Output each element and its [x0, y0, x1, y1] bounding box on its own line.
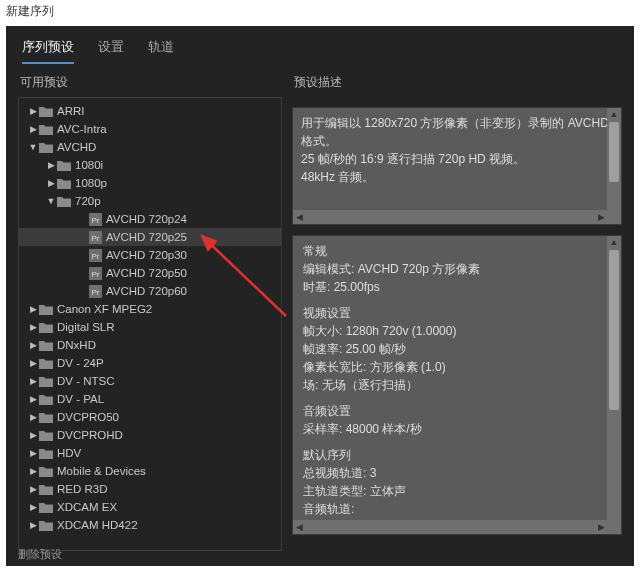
tree-folder[interactable]: ▶Canon XF MPEG2 — [19, 300, 281, 318]
folder-icon — [39, 466, 53, 477]
scrollbar-horizontal[interactable]: ◀ ▶ — [293, 210, 607, 224]
tree-folder[interactable]: ▶Digital SLR — [19, 318, 281, 336]
detail-line: 常规 — [303, 242, 611, 260]
tree-folder[interactable]: ▶DV - NTSC — [19, 372, 281, 390]
scrollbar-horizontal[interactable]: ◀ ▶ — [293, 520, 607, 534]
scroll-up-icon[interactable]: ▲ — [607, 236, 621, 248]
tree-preset[interactable]: PrAVCHD 720p50 — [19, 264, 281, 282]
svg-text:Pr: Pr — [92, 233, 100, 242]
preset-icon: Pr — [89, 231, 102, 244]
disclosure-right-icon[interactable]: ▶ — [27, 102, 39, 120]
svg-text:Pr: Pr — [92, 287, 100, 296]
tree-item-label: DV - 24P — [57, 354, 104, 372]
disclosure-right-icon[interactable]: ▶ — [27, 516, 39, 534]
preset-icon: Pr — [89, 213, 102, 226]
tree-folder[interactable]: ▶ARRI — [19, 102, 281, 120]
folder-icon — [39, 376, 53, 387]
disclosure-right-icon[interactable]: ▶ — [27, 120, 39, 138]
tree-folder[interactable]: ▶DVCPRO50 — [19, 408, 281, 426]
tree-preset[interactable]: PrAVCHD 720p25 — [19, 228, 281, 246]
disclosure-right-icon[interactable]: ▶ — [27, 480, 39, 498]
disclosure-right-icon[interactable]: ▶ — [27, 336, 39, 354]
tree-folder[interactable]: ▶DV - 24P — [19, 354, 281, 372]
preset-icon: Pr — [89, 285, 102, 298]
detail-line: 采样率: 48000 样本/秒 — [303, 420, 611, 438]
folder-icon — [39, 520, 53, 531]
tab-tracks[interactable]: 轨道 — [148, 38, 174, 64]
tree-item-label: 1080i — [75, 156, 103, 174]
disclosure-right-icon[interactable]: ▶ — [27, 498, 39, 516]
tree-preset[interactable]: PrAVCHD 720p60 — [19, 282, 281, 300]
tree-item-label: AVCHD — [57, 138, 96, 156]
tree-item-label: AVCHD 720p30 — [106, 246, 187, 264]
tree-preset[interactable]: PrAVCHD 720p24 — [19, 210, 281, 228]
disclosure-right-icon[interactable]: ▶ — [27, 318, 39, 336]
tree-folder[interactable]: ▼720p — [19, 192, 281, 210]
tree-folder[interactable]: ▶RED R3D — [19, 480, 281, 498]
tree-folder[interactable]: ▶XDCAM HD422 — [19, 516, 281, 534]
scroll-left-icon[interactable]: ◀ — [293, 520, 305, 534]
detail-line — [303, 394, 611, 402]
scroll-right-icon[interactable]: ▶ — [595, 520, 607, 534]
disclosure-down-icon[interactable]: ▼ — [27, 138, 39, 156]
detail-line: 音频轨道: — [303, 500, 611, 518]
tree-item-label: ARRI — [57, 102, 84, 120]
tree-folder[interactable]: ▶Mobile & Devices — [19, 462, 281, 480]
detail-line: 像素长宽比: 方形像素 (1.0) — [303, 358, 611, 376]
tree-item-label: XDCAM HD422 — [57, 516, 138, 534]
disclosure-right-icon[interactable]: ▶ — [27, 390, 39, 408]
tree-item-label: DV - PAL — [57, 390, 104, 408]
detail-line: 帧大小: 1280h 720v (1.0000) — [303, 322, 611, 340]
detail-line: 场: 无场（逐行扫描） — [303, 376, 611, 394]
tree-folder[interactable]: ▶AVC-Intra — [19, 120, 281, 138]
delete-preset-link[interactable]: 删除预设 — [18, 547, 62, 562]
tab-settings[interactable]: 设置 — [98, 38, 124, 64]
description-line: 用于编辑以 1280x720 方形像素（非变形）录制的 AVCHD 格式。 — [301, 114, 613, 150]
disclosure-right-icon[interactable]: ▶ — [27, 354, 39, 372]
tree-folder[interactable]: ▶1080p — [19, 174, 281, 192]
preset-tree[interactable]: ▶ARRI▶AVC-Intra▼AVCHD▶1080i▶1080p▼720pPr… — [18, 97, 282, 551]
disclosure-right-icon[interactable]: ▶ — [45, 156, 57, 174]
folder-icon — [39, 142, 53, 153]
window-title: 新建序列 — [6, 3, 54, 20]
disclosure-right-icon[interactable]: ▶ — [27, 372, 39, 390]
disclosure-right-icon[interactable]: ▶ — [27, 462, 39, 480]
folder-icon — [39, 484, 53, 495]
scroll-up-icon[interactable]: ▲ — [607, 108, 621, 120]
scroll-thumb[interactable] — [609, 122, 619, 182]
disclosure-right-icon[interactable]: ▶ — [27, 444, 39, 462]
svg-text:Pr: Pr — [92, 215, 100, 224]
tree-folder[interactable]: ▶DNxHD — [19, 336, 281, 354]
disclosure-right-icon[interactable]: ▶ — [27, 300, 39, 318]
detail-line: 主轨道类型: 立体声 — [303, 482, 611, 500]
disclosure-right-icon[interactable]: ▶ — [45, 174, 57, 192]
disclosure-right-icon[interactable]: ▶ — [27, 408, 39, 426]
tree-folder[interactable]: ▶XDCAM EX — [19, 498, 281, 516]
tree-item-label: AVCHD 720p50 — [106, 264, 187, 282]
scroll-left-icon[interactable]: ◀ — [293, 210, 305, 224]
tree-folder[interactable]: ▶DV - PAL — [19, 390, 281, 408]
tree-folder[interactable]: ▶1080i — [19, 156, 281, 174]
tree-preset[interactable]: PrAVCHD 720p30 — [19, 246, 281, 264]
detail-line: 音频设置 — [303, 402, 611, 420]
tab-presets[interactable]: 序列预设 — [22, 38, 74, 64]
preset-details: 常规编辑模式: AVCHD 720p 方形像素时基: 25.00fps 视频设置… — [292, 235, 622, 535]
scrollbar-vertical[interactable]: ▲ ▼ — [607, 236, 621, 534]
tree-item-label: DVCPRO50 — [57, 408, 119, 426]
scrollbar-vertical[interactable]: ▲ ▼ — [607, 108, 621, 224]
disclosure-right-icon[interactable]: ▶ — [27, 426, 39, 444]
detail-line: 总视频轨道: 3 — [303, 464, 611, 482]
scroll-right-icon[interactable]: ▶ — [595, 210, 607, 224]
tree-folder[interactable]: ▶HDV — [19, 444, 281, 462]
disclosure-down-icon[interactable]: ▼ — [45, 192, 57, 210]
tree-item-label: Digital SLR — [57, 318, 115, 336]
description-line: 25 帧/秒的 16:9 逐行扫描 720p HD 视频。 — [301, 150, 613, 168]
folder-icon — [39, 106, 53, 117]
scroll-thumb[interactable] — [609, 250, 619, 410]
tree-folder[interactable]: ▼AVCHD — [19, 138, 281, 156]
new-sequence-window: 新建序列 序列预设 设置 轨道 可用预设 ▶ARRI▶AVC-Intra▼AVC… — [0, 0, 640, 569]
tree-item-label: DNxHD — [57, 336, 96, 354]
tree-folder[interactable]: ▶DVCPROHD — [19, 426, 281, 444]
svg-text:Pr: Pr — [92, 269, 100, 278]
scrollbar-corner — [607, 520, 621, 534]
